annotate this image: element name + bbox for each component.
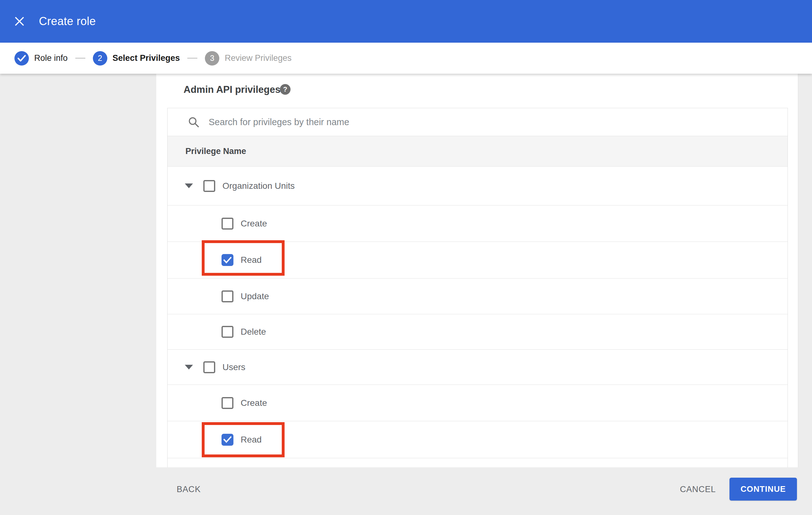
help-icon[interactable]: ? — [280, 84, 291, 95]
close-icon[interactable] — [14, 16, 25, 27]
stepper: Role info 2 Select Privileges 3 Review P… — [0, 43, 812, 74]
privilege-label: Update — [241, 292, 269, 301]
step-connector — [75, 58, 85, 59]
step-select-privileges[interactable]: 2 Select Privileges — [93, 51, 180, 65]
cancel-button[interactable]: CANCEL — [680, 484, 716, 495]
create-role-dialog: Create role Role info 2 Select Privilege… — [0, 0, 812, 515]
checkbox-users-create[interactable] — [222, 397, 233, 409]
step-role-info[interactable]: Role info — [14, 51, 68, 65]
checkbox-organization-units[interactable] — [203, 180, 215, 192]
collapse-arrow-icon[interactable] — [185, 365, 193, 369]
privilege-row-users-read: Read — [168, 421, 787, 458]
step-label: Select Privileges — [113, 53, 180, 63]
checkbox-ou-delete[interactable] — [222, 326, 233, 338]
privilege-label: Read — [241, 435, 262, 445]
step-label: Role info — [34, 53, 68, 63]
search-input[interactable] — [208, 117, 648, 128]
checkbox-ou-read[interactable] — [222, 254, 233, 266]
privilege-row-ou-create: Create — [168, 206, 787, 242]
privilege-row-ou-update: Update — [168, 278, 787, 314]
privileges-card: Privilege Name Organization Units Create… — [167, 108, 788, 467]
privilege-row-ou-delete: Delete — [168, 314, 787, 350]
table-header-label: Privilege Name — [185, 147, 246, 156]
check-icon — [223, 436, 232, 443]
privilege-row-users: Users — [168, 350, 787, 385]
collapse-arrow-icon[interactable] — [185, 183, 193, 188]
checkbox-users[interactable] — [203, 361, 215, 373]
table-filler — [168, 458, 787, 467]
continue-button[interactable]: CONTINUE — [729, 478, 797, 501]
check-icon — [223, 257, 232, 264]
privilege-row-ou-read: Read — [168, 242, 787, 278]
step-label: Review Privileges — [225, 53, 291, 63]
app-bar: Create role — [0, 0, 812, 43]
privilege-label: Create — [241, 219, 267, 229]
step-number: 3 — [205, 51, 219, 65]
step-check-icon — [14, 51, 29, 65]
page-title: Create role — [39, 0, 96, 43]
back-button[interactable]: BACK — [177, 484, 201, 495]
privilege-label: Delete — [241, 327, 266, 337]
search-row — [168, 108, 787, 136]
search-icon — [188, 116, 199, 128]
privilege-label: Read — [241, 255, 262, 265]
section-heading: Admin API privileges — [183, 84, 281, 95]
table-header-row: Privilege Name — [168, 136, 787, 166]
privilege-label: Organization Units — [223, 181, 295, 191]
privilege-label: Users — [223, 362, 245, 372]
step-number: 2 — [93, 51, 107, 65]
checkbox-ou-create[interactable] — [222, 218, 233, 230]
step-review-privileges[interactable]: 3 Review Privileges — [205, 51, 291, 65]
privilege-label: Create — [241, 398, 267, 408]
checkbox-ou-update[interactable] — [222, 291, 233, 302]
checkbox-users-read[interactable] — [222, 434, 233, 446]
privilege-row-organization-units: Organization Units — [168, 166, 787, 206]
step-connector — [187, 58, 197, 59]
privilege-row-users-create: Create — [168, 385, 787, 421]
